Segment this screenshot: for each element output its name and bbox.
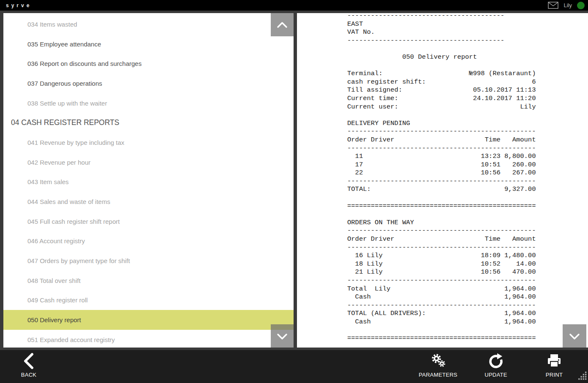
list-item[interactable]: 047 Orders by payment type for shift	[3, 251, 294, 271]
chevron-down-icon	[563, 325, 586, 348]
gears-icon	[429, 353, 447, 369]
list-item[interactable]: 034 Items wasted	[3, 14, 294, 34]
scroll-up-button[interactable]	[271, 13, 294, 36]
list-item[interactable]: 051 Expanded account registry	[3, 330, 294, 348]
parameters-button[interactable]: PARAMETERS	[419, 353, 457, 378]
list-item[interactable]: 046 Account registry	[3, 231, 294, 251]
list-section-header: 04 CASH REGISTER REPORTS	[3, 113, 294, 133]
list-item[interactable]: 044 Sales and waste of items	[3, 192, 294, 212]
status-indicator-icon[interactable]	[577, 2, 585, 9]
envelope-icon[interactable]	[548, 2, 558, 9]
list-item[interactable]: 036 Report on discounts and surcharges	[3, 54, 294, 73]
back-button[interactable]: BACK	[16, 353, 41, 378]
update-button[interactable]: UPDATE	[483, 353, 509, 378]
list-item[interactable]: 041 Revenue by type including tax	[3, 133, 294, 152]
list-item[interactable]: 045 Full cash register shift report	[3, 212, 294, 231]
receipt-text: ----------------------------------------…	[347, 13, 536, 343]
brand-logo: syrve	[6, 3, 32, 8]
printer-icon	[546, 353, 563, 369]
topbar-right: Lily	[548, 0, 585, 11]
update-button-label: UPDATE	[485, 372, 507, 378]
current-user-label[interactable]: Lily	[564, 2, 572, 8]
list-item[interactable]: 049 Cash register roll	[3, 291, 294, 310]
print-button-label: PRINT	[546, 372, 563, 378]
app-window: syrve Lily 034 Items wasted035 Employee …	[0, 0, 588, 383]
back-button-label: BACK	[21, 372, 37, 378]
list-item[interactable]: 050 Delivery report	[3, 310, 294, 330]
report-list: 034 Items wasted035 Employee attendance0…	[3, 13, 294, 348]
chevron-up-icon	[271, 14, 294, 36]
list-item[interactable]: 035 Employee attendance	[3, 34, 294, 54]
list-item[interactable]: 042 Revenue per hour	[3, 152, 294, 172]
list-item[interactable]: 043 Item sales	[3, 172, 294, 192]
bottom-toolbar: BACK PARAMETERS	[0, 350, 588, 383]
top-bar: syrve Lily	[0, 0, 588, 11]
parameters-button-label: PARAMETERS	[419, 372, 457, 378]
resize-grip[interactable]	[578, 371, 587, 382]
list-item[interactable]: 037 Dangerous operations	[3, 73, 294, 93]
preview-scroll-down-button[interactable]	[563, 324, 586, 348]
report-preview-panel: ----------------------------------------…	[297, 13, 588, 348]
refresh-icon	[487, 353, 504, 369]
report-list-panel: 034 Items wasted035 Employee attendance0…	[3, 13, 294, 348]
list-item[interactable]: 048 Total over shift	[3, 271, 294, 291]
scroll-down-button[interactable]	[271, 324, 294, 348]
chevron-down-icon	[271, 325, 294, 348]
chevron-left-icon	[22, 353, 35, 369]
print-button[interactable]: PRINT	[542, 353, 567, 378]
list-item[interactable]: 038 Settle up with the waiter	[3, 93, 294, 113]
